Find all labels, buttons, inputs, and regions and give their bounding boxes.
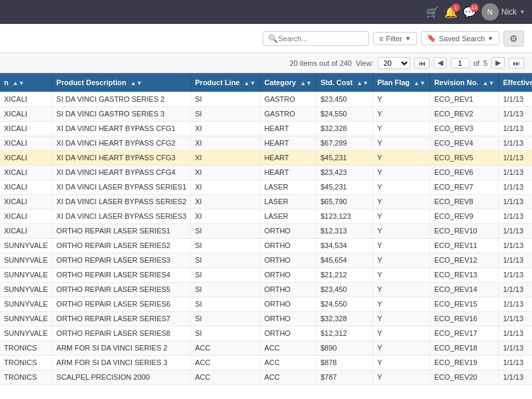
cell-eff: 1/1/13 — [499, 311, 532, 326]
cell-eff: 1/1/13 — [499, 340, 532, 355]
col-header-desc[interactable]: Product Description ▲▼ — [52, 73, 190, 92]
gear-button[interactable]: ⚙ — [503, 31, 524, 47]
prev-page-button[interactable]: ◀ — [434, 57, 447, 68]
cell-flag: Y — [373, 194, 430, 209]
table-row[interactable]: XICALIXI DA VINCI HEART BYPASS CFG1XIHEA… — [0, 121, 532, 136]
saved-search-button[interactable]: 🔖 Saved Search ▼ — [421, 31, 499, 45]
cell-flag: Y — [373, 267, 430, 282]
table-row[interactable]: SUNNYVALEORTHO REPAIR LASER SERIES2SIORT… — [0, 238, 532, 253]
table-row[interactable]: XICALIXI DA VINCI HEART BYPASS CFG3XIHEA… — [0, 150, 532, 165]
table-row[interactable]: XICALIORTHO REPAIR LASER SERIES1SIORTHO$… — [0, 223, 532, 238]
chat-badge: 11 — [470, 3, 479, 12]
table-row[interactable]: SUNNYVALEORTHO REPAIR LASER SERIES7SIORT… — [0, 311, 532, 326]
cell-desc: XI DA VINCI LASER BYPASS SERIES3 — [52, 209, 190, 223]
col-header-line[interactable]: Product Line ▲▼ — [191, 73, 260, 92]
cell-desc: XI DA VINCI LASER BYPASS SERIES2 — [52, 194, 190, 209]
table-row[interactable]: SUNNYVALEORTHO REPAIR LASER SERIES4SIORT… — [0, 267, 532, 282]
searchbar: 🔍 ≡ Filter ▼ 🔖 Saved Search ▼ ⚙ — [0, 24, 532, 53]
cell-flag: Y — [373, 370, 430, 384]
table-row[interactable]: XICALIXI DA VINCI LASER BYPASS SERIES1XI… — [0, 180, 532, 194]
chevron-down-icon: ▼ — [519, 9, 525, 15]
col-header-eff[interactable]: Effective Date ▲▼ — [499, 73, 532, 92]
user-menu[interactable]: N Nick ▼ — [481, 3, 525, 21]
cart-icon-wrap[interactable]: 🛒 — [426, 6, 439, 19]
cell-rev: ECO_REV9 — [430, 209, 499, 223]
cell-rev: ECO_REV1 — [430, 92, 499, 106]
page-of-label: of — [473, 59, 479, 67]
cell-cost: $24,550 — [316, 106, 372, 121]
chat-icon-wrap[interactable]: 💬 11 — [463, 6, 476, 19]
cell-eff: 1/1/13 — [499, 121, 532, 136]
table-row[interactable]: TRONICSARM FOR SI DA VINCI SERIES 3ACCAC… — [0, 355, 532, 370]
cell-flag: Y — [373, 355, 430, 370]
cell-cat: HEART — [260, 150, 317, 165]
cell-line: SI — [191, 238, 260, 253]
cell-rev: ECO_REV19 — [430, 355, 499, 370]
cell-eff: 1/1/13 — [499, 106, 532, 121]
cell-rev: ECO_REV12 — [430, 253, 499, 267]
cell-flag: Y — [373, 282, 430, 297]
page-number-input[interactable] — [451, 58, 469, 68]
table-row[interactable]: SUNNYVALEORTHO REPAIR LASER SERIES8SIORT… — [0, 326, 532, 340]
cell-line: SI — [191, 92, 260, 106]
cell-rev: ECO_REV2 — [430, 106, 499, 121]
cell-location: XICALI — [0, 165, 52, 180]
next-page-button[interactable]: ▶ — [491, 57, 505, 68]
cell-rev: ECO_REV18 — [430, 340, 499, 355]
cell-line: SI — [191, 253, 260, 267]
table-row[interactable]: XICALISI DA VINCI GASTRO SERIES 3SIGASTR… — [0, 106, 532, 121]
cell-cost: $12,312 — [316, 326, 372, 340]
pagination-row: 20 items out of 240 View: 20 50 100 ⏮ ◀ … — [0, 53, 532, 73]
table-row[interactable]: SUNNYVALEORTHO REPAIR LASER SERIES6SIORT… — [0, 297, 532, 311]
data-table: n ▲▼ Product Description ▲▼ Product Line… — [0, 73, 532, 385]
first-page-button[interactable]: ⏮ — [414, 58, 430, 68]
table-row[interactable]: XICALIXI DA VINCI HEART BYPASS CFG2XIHEA… — [0, 136, 532, 150]
cell-desc: ORTHO REPAIR LASER SERIES6 — [52, 297, 190, 311]
table-row[interactable]: XICALIXI DA VINCI HEART BYPASS CFG4XIHEA… — [0, 165, 532, 180]
cell-eff: 1/1/13 — [499, 194, 532, 209]
bell-icon-wrap[interactable]: 🔔 1 — [444, 6, 458, 19]
cell-cat: ORTHO — [260, 326, 317, 340]
last-page-button[interactable]: ⏭ — [509, 58, 524, 68]
cell-cat: HEART — [260, 121, 317, 136]
cell-desc: ORTHO REPAIR LASER SERIES1 — [52, 223, 190, 238]
cell-location: TRONICS — [0, 370, 52, 384]
filter-label: Filter — [386, 35, 402, 43]
cell-rev: ECO_REV11 — [430, 238, 499, 253]
user-name: Nick — [501, 7, 517, 17]
cell-location: XICALI — [0, 150, 52, 165]
cell-location: XICALI — [0, 136, 52, 150]
cell-rev: ECO_REV13 — [430, 267, 499, 282]
table-row[interactable]: XICALISI DA VINCI GASTRO SERIES 2SIGASTR… — [0, 92, 532, 106]
table-row[interactable]: SUNNYVALEORTHO REPAIR LASER SERIES3SIORT… — [0, 253, 532, 267]
col-header-cost[interactable]: Std. Cost ▲▼ — [316, 73, 372, 92]
table-row[interactable]: SUNNYVALEORTHO REPAIR LASER SERIES5SIORT… — [0, 282, 532, 297]
table-header-row: n ▲▼ Product Description ▲▼ Product Line… — [0, 73, 532, 92]
table-row[interactable]: TRONICSARM FOR SI DA VINCI SERIES 2ACCAC… — [0, 340, 532, 355]
cell-eff: 1/1/13 — [499, 297, 532, 311]
table-row[interactable]: XICALIXI DA VINCI LASER BYPASS SERIES2XI… — [0, 194, 532, 209]
search-input[interactable] — [278, 35, 364, 43]
col-header-flag[interactable]: Plan Flag ▲▼ — [373, 73, 430, 92]
cell-location: XICALI — [0, 223, 52, 238]
cell-cat: ORTHO — [260, 223, 317, 238]
cell-flag: Y — [373, 340, 430, 355]
cell-flag: Y — [373, 165, 430, 180]
table-row[interactable]: TRONICSSCALPEL PRECISION 2000ACCACC$787Y… — [0, 370, 532, 384]
table-row[interactable]: XICALIXI DA VINCI LASER BYPASS SERIES3XI… — [0, 209, 532, 223]
cell-cat: ACC — [260, 370, 317, 384]
cell-cost: $787 — [316, 370, 372, 384]
cell-flag: Y — [373, 326, 430, 340]
cell-line: SI — [191, 282, 260, 297]
col-header-location[interactable]: n ▲▼ — [0, 73, 52, 92]
cell-location: SUNNYVALE — [0, 267, 52, 282]
filter-button[interactable]: ≡ Filter ▼ — [373, 32, 417, 45]
cell-flag: Y — [373, 209, 430, 223]
cell-cat: LASER — [260, 194, 317, 209]
col-header-rev[interactable]: Revision No. ▲▼ — [430, 73, 499, 92]
view-select[interactable]: 20 50 100 — [378, 57, 410, 69]
cell-cat: ORTHO — [260, 267, 317, 282]
cell-location: SUNNYVALE — [0, 311, 52, 326]
cell-cost: $32,328 — [316, 311, 372, 326]
col-header-cat[interactable]: Category ▲▼ — [260, 73, 317, 92]
